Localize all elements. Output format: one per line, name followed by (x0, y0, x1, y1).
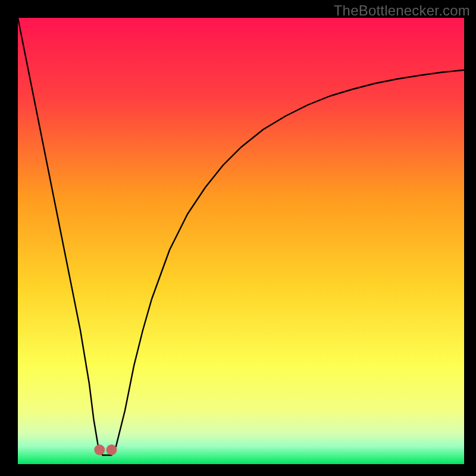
curve-marker (107, 444, 117, 455)
curve-marker (94, 444, 105, 455)
watermark-text: TheBottlenecker.com (334, 2, 470, 19)
plot-area (18, 18, 464, 464)
chart-frame: TheBottlenecker.com (0, 0, 476, 476)
gradient-background (18, 18, 464, 464)
plot-svg (18, 18, 464, 464)
